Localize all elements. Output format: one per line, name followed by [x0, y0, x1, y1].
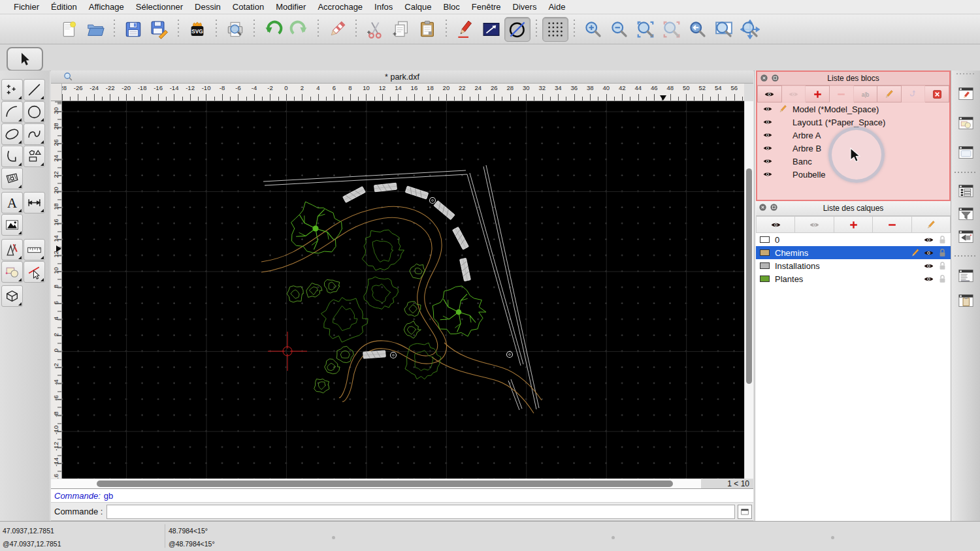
tool-line[interactable]: [24, 79, 45, 101]
tool-spline[interactable]: [24, 123, 45, 145]
remove-layer-button[interactable]: [873, 216, 911, 233]
rename-block-button[interactable]: a|b: [854, 86, 878, 102]
redo-button[interactable]: [286, 17, 312, 42]
close-icon[interactable]: [759, 203, 767, 213]
command-detach-button[interactable]: [738, 505, 752, 519]
remove-block-button[interactable]: [830, 86, 854, 102]
paste-button[interactable]: [414, 17, 440, 42]
layer-row-0[interactable]: 0: [756, 233, 951, 246]
layer-list-widget-toggle[interactable]: [956, 181, 976, 200]
layer-list-titlebar[interactable]: Liste des calques: [756, 201, 951, 216]
pen-button[interactable]: [452, 17, 478, 42]
menu-calque[interactable]: Calque: [399, 2, 437, 12]
close-icon[interactable]: [760, 74, 768, 84]
tool-hatch[interactable]: [1, 168, 23, 189]
block-list-titlebar[interactable]: Liste des blocs: [757, 72, 949, 86]
tool-points[interactable]: [1, 79, 23, 101]
tool-dimension[interactable]: [24, 192, 45, 213]
lock-icon[interactable]: [937, 260, 948, 271]
menu-fenetre[interactable]: Fenêtre: [466, 2, 507, 12]
undo-button[interactable]: [260, 17, 286, 42]
tool-text[interactable]: A: [1, 192, 23, 213]
circle-overlay-button[interactable]: [504, 17, 531, 42]
visible-eye-button[interactable]: [757, 86, 782, 102]
menu-modifier[interactable]: Modifier: [270, 2, 312, 12]
float-icon[interactable]: [771, 74, 779, 84]
zoom-select-button[interactable]: [659, 17, 685, 42]
menu-accrochage[interactable]: Accrochage: [312, 2, 368, 12]
lock-icon[interactable]: [937, 234, 948, 245]
horizontal-scrollbar[interactable]: 1 < 10: [51, 479, 753, 488]
cut-button[interactable]: [362, 17, 388, 42]
menu-divers[interactable]: Divers: [507, 2, 543, 12]
layer-row-plantes[interactable]: Plantes: [756, 272, 951, 285]
eye-icon[interactable]: [762, 143, 773, 153]
add-block-button[interactable]: [806, 86, 830, 102]
eye-icon[interactable]: [762, 130, 773, 140]
eye-icon[interactable]: [923, 274, 934, 284]
float-icon[interactable]: [770, 203, 778, 213]
menu-bloc[interactable]: Bloc: [437, 2, 465, 12]
notify-widget-toggle[interactable]: [956, 227, 976, 246]
command-input[interactable]: [106, 505, 735, 519]
eye-icon[interactable]: [762, 104, 773, 114]
library-widget-toggle[interactable]: [956, 113, 976, 133]
menu-cotation[interactable]: Cotation: [227, 2, 270, 12]
eye-icon[interactable]: [923, 260, 934, 271]
zoom-out-button[interactable]: [606, 17, 632, 42]
command-widget-toggle[interactable]: [956, 266, 976, 285]
zoom-pan-button[interactable]: [737, 17, 763, 42]
tool-image[interactable]: [1, 214, 23, 236]
tool-measure[interactable]: [24, 239, 45, 260]
menu-dessin[interactable]: Dessin: [189, 2, 227, 12]
selection-tool-button[interactable]: [7, 47, 43, 71]
svg-export-button[interactable]: SVG: [184, 17, 210, 42]
menu-edition[interactable]: Édition: [45, 2, 83, 12]
tool-polygon[interactable]: [24, 146, 45, 167]
tool-select-entity[interactable]: [24, 261, 45, 283]
eye-icon[interactable]: [923, 247, 934, 258]
menu-affichage[interactable]: Affichage: [83, 2, 130, 12]
pen-widget-toggle[interactable]: [956, 84, 976, 103]
horizontal-scrollbar-thumb[interactable]: [97, 480, 673, 487]
tool-solids[interactable]: [1, 285, 23, 307]
add-layer-button[interactable]: [834, 216, 873, 233]
hidden-eye-button[interactable]: [795, 216, 834, 233]
block-row[interactable]: Model (*Model_Space): [757, 102, 949, 116]
eye-icon[interactable]: [762, 117, 773, 127]
new-file-button[interactable]: [56, 17, 82, 42]
insert-block-button[interactable]: [902, 86, 926, 102]
eye-icon[interactable]: [762, 156, 773, 166]
clipboard-widget-toggle[interactable]: [956, 291, 976, 310]
save-button[interactable]: [120, 17, 146, 42]
zoom-previous-button[interactable]: [685, 17, 711, 42]
vertical-scrollbar-thumb[interactable]: [746, 168, 752, 384]
tool-ellipse[interactable]: [1, 123, 23, 145]
block-widget-toggle[interactable]: [956, 142, 976, 162]
lock-icon[interactable]: [937, 247, 948, 258]
eraser-button[interactable]: [324, 17, 350, 42]
save-as-button[interactable]: [146, 17, 172, 42]
tool-blocks[interactable]: [1, 261, 23, 283]
tool-circle[interactable]: [24, 101, 45, 123]
hidden-eye-button[interactable]: [782, 86, 806, 102]
zoom-window-button[interactable]: [711, 17, 737, 42]
filter-widget-toggle[interactable]: [956, 204, 976, 223]
eye-icon[interactable]: [762, 169, 773, 180]
menu-aide[interactable]: Aide: [542, 2, 571, 12]
open-file-button[interactable]: [82, 17, 108, 42]
drawing-canvas[interactable]: [62, 101, 744, 479]
lock-icon[interactable]: [937, 274, 948, 284]
eye-icon[interactable]: [923, 234, 934, 245]
delete-block-button[interactable]: [925, 86, 949, 102]
vertical-scrollbar[interactable]: [744, 101, 753, 479]
visible-eye-button[interactable]: [756, 216, 795, 233]
layer-row-chemins[interactable]: Chemins: [756, 246, 951, 259]
layer-row-installations[interactable]: Installations: [756, 259, 951, 272]
snap-grid-button[interactable]: [542, 17, 568, 42]
copy-button[interactable]: [388, 17, 414, 42]
draw-order-button[interactable]: [478, 17, 504, 42]
zoom-in-button[interactable]: [580, 17, 606, 42]
menu-fichier[interactable]: Fichier: [8, 2, 45, 12]
print-preview-button[interactable]: [222, 17, 248, 42]
